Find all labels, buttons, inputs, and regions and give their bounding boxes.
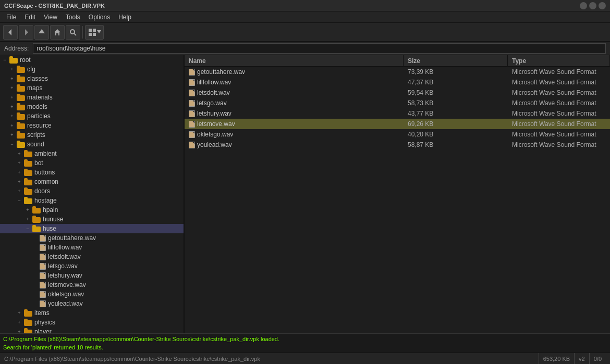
menu-item-file[interactable]: File <box>2 12 20 22</box>
tree-expander-common[interactable] <box>16 178 23 185</box>
tree-expander-huse[interactable] <box>24 225 31 232</box>
tree-node-resource[interactable]: resource <box>0 121 184 130</box>
tree-expander-leaf-7 <box>32 291 40 298</box>
tree-node-file-letsmove[interactable]: letsmove.wav <box>0 280 184 290</box>
tree-node-file-letsdoit[interactable]: letsdoit.wav <box>0 252 184 261</box>
tree-label-common: common <box>34 178 58 185</box>
tree-node-hostage[interactable]: hostage <box>0 196 184 205</box>
file-row[interactable]: letsmove.wav69,26 KBMicrosoft Wave Sound… <box>185 119 610 129</box>
tree-node-hunuse[interactable]: hunuse <box>0 215 184 224</box>
toolbar-view-button[interactable] <box>85 25 104 40</box>
toolbar-forward-button[interactable] <box>19 25 33 40</box>
tree-node-items[interactable]: items <box>0 308 184 318</box>
col-header-size[interactable]: Size <box>404 55 508 66</box>
tree-node-models[interactable]: models <box>0 102 184 111</box>
tree-node-cfg[interactable]: cfg <box>0 65 184 74</box>
wav-file-icon <box>189 100 195 107</box>
menu-item-help[interactable]: Help <box>114 12 136 22</box>
tree-expander-bot[interactable] <box>16 159 23 167</box>
tree-label-buttons: buttons <box>34 169 55 176</box>
address-bar: Address: <box>0 42 610 55</box>
tree-node-file-letshury[interactable]: letshury.wav <box>0 271 184 280</box>
minimize-button[interactable] <box>580 2 587 9</box>
file-size-cell: 58,73 KB <box>404 99 508 107</box>
tree-node-classes[interactable]: classes <box>0 74 184 83</box>
close-button[interactable] <box>599 2 606 9</box>
tree-node-player[interactable]: player <box>0 327 184 333</box>
tree-expander-doors[interactable] <box>16 187 23 195</box>
menu-item-options[interactable]: Options <box>84 12 114 22</box>
menu-bar: FileEditViewToolsOptionsHelp <box>0 11 610 23</box>
tree-expander-hostage[interactable] <box>16 197 23 204</box>
tree-node-ambient[interactable]: ambient <box>0 149 184 158</box>
tree-node-scripts[interactable]: scripts <box>0 130 184 140</box>
tree-node-file-letsgo[interactable]: letsgo.wav <box>0 261 184 271</box>
col-header-type[interactable]: Type <box>508 55 610 66</box>
toolbar-up-button[interactable] <box>34 25 49 40</box>
wav-icon-letshury <box>40 272 46 279</box>
tree-expander-maps[interactable] <box>8 84 16 92</box>
tree-node-file-lillfollow[interactable]: lillfollow.wav <box>0 243 184 252</box>
tree-label-file-letsdoit: letsdoit.wav <box>48 253 81 260</box>
tree-node-file-okletsgo[interactable]: okletsgo.wav <box>0 290 184 299</box>
folder-icon-bot <box>24 159 32 167</box>
wav-icon-youlead <box>40 300 46 307</box>
tree-expander-models[interactable] <box>8 103 16 110</box>
tree-expander-buttons[interactable] <box>16 169 23 176</box>
tree-node-huse[interactable]: huse <box>0 224 184 233</box>
tree-node-hpain[interactable]: hpain <box>0 205 184 215</box>
menu-item-edit[interactable]: Edit <box>20 12 40 22</box>
tree-expander-ambient[interactable] <box>16 150 23 157</box>
tree-expander-scripts[interactable] <box>8 131 16 139</box>
tree-expander-resource[interactable] <box>8 122 16 129</box>
tree-node-materials[interactable]: materials <box>0 93 184 102</box>
tree-node-sound[interactable]: sound <box>0 140 184 149</box>
tree-expander-player[interactable] <box>16 328 23 333</box>
maximize-button[interactable] <box>589 2 596 9</box>
tree-node-particles[interactable]: particles <box>0 111 184 121</box>
toolbar-back-button[interactable] <box>3 25 18 40</box>
address-input[interactable] <box>33 43 606 54</box>
tree-label-resource: resource <box>27 122 52 129</box>
folder-icon-resource <box>17 122 25 129</box>
folder-icon-cfg <box>17 66 25 73</box>
tree-expander-particles[interactable] <box>8 112 16 120</box>
tree-expander-hunuse[interactable] <box>24 216 31 223</box>
tree-expander-classes[interactable] <box>8 75 16 82</box>
wav-icon-lillfollow <box>40 244 46 251</box>
tree-node-common[interactable]: common <box>0 177 184 186</box>
menu-item-tools[interactable]: Tools <box>62 12 84 22</box>
tree-expander-items[interactable] <box>16 309 23 317</box>
file-row[interactable]: lillfollow.wav47,37 KBMicrosoft Wave Sou… <box>185 77 610 87</box>
file-row[interactable]: letshury.wav43,77 KBMicrosoft Wave Sound… <box>185 108 610 119</box>
tree-expander-sound[interactable] <box>8 141 16 148</box>
tree-node-file-youlead[interactable]: youlead.wav <box>0 299 184 308</box>
tree-node-physics[interactable]: physics <box>0 318 184 327</box>
file-type-cell: Microsoft Wave Sound Format <box>508 68 610 76</box>
tree-label-scripts: scripts <box>27 131 45 139</box>
svg-rect-8 <box>89 33 92 36</box>
file-row[interactable]: getouttahere.wav73,39 KBMicrosoft Wave S… <box>185 67 610 77</box>
tree-expander-root[interactable] <box>1 56 8 64</box>
file-row[interactable]: letsgo.wav58,73 KBMicrosoft Wave Sound F… <box>185 98 610 108</box>
tree-node-file-getouttahere[interactable]: getouttahere.wav <box>0 233 184 243</box>
toolbar-home-button[interactable] <box>50 25 65 40</box>
tree-node-maps[interactable]: maps <box>0 83 184 93</box>
tree-expander-cfg[interactable] <box>8 66 16 73</box>
tree-label-file-lillfollow: lillfollow.wav <box>48 244 82 251</box>
file-row[interactable]: okletsgo.wav40,20 KBMicrosoft Wave Sound… <box>185 129 610 140</box>
col-header-name[interactable]: Name <box>185 55 404 66</box>
file-row[interactable]: letsdoit.wav59,54 KBMicrosoft Wave Sound… <box>185 87 610 98</box>
tree-expander-materials[interactable] <box>8 94 16 101</box>
tree-node-bot[interactable]: bot <box>0 158 184 168</box>
tree-expander-physics[interactable] <box>16 319 23 326</box>
wav-file-icon <box>189 142 195 148</box>
toolbar-search-button[interactable] <box>66 25 80 40</box>
tree-node-root[interactable]: root <box>0 55 184 65</box>
tree-label-classes: classes <box>27 75 48 82</box>
file-row[interactable]: youlead.wav58,87 KBMicrosoft Wave Sound … <box>185 140 610 150</box>
tree-node-doors[interactable]: doors <box>0 186 184 196</box>
tree-node-buttons[interactable]: buttons <box>0 168 184 177</box>
tree-expander-hpain[interactable] <box>24 206 31 214</box>
menu-item-view[interactable]: View <box>40 12 62 22</box>
